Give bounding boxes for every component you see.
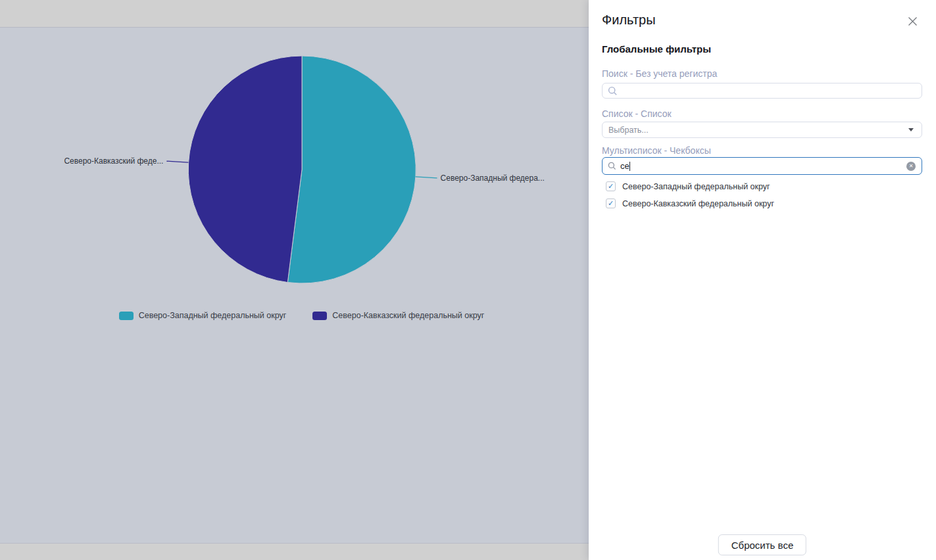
legend-swatch: [312, 312, 327, 320]
check-icon: ✓: [608, 183, 614, 190]
search-input[interactable]: [602, 83, 922, 99]
legend-item[interactable]: Северо-Кавказский федеральный округ: [312, 311, 484, 320]
dashboard-canvas: Северо-Западный федера...Северо-Кавказск…: [0, 0, 589, 560]
chevron-down-icon: [908, 128, 914, 131]
panel-title: Фильтры: [602, 12, 656, 28]
search-icon: [608, 86, 618, 96]
filter-label-search: Поиск - Без учета регистра: [602, 68, 717, 79]
search-icon: [608, 162, 616, 170]
filter-label-multiselect: Мультисписок - Чекбоксы: [602, 145, 711, 156]
filters-panel: Фильтры Глобальные фильтры Поиск - Без у…: [589, 0, 936, 560]
legend-item[interactable]: Северо-Западный федеральный округ: [119, 311, 287, 320]
multiselect-search-value: се: [620, 161, 629, 171]
legend-swatch: [119, 312, 134, 320]
chart-legend: Северо-Западный федеральный округ Северо…: [7, 311, 596, 320]
pie-chart[interactable]: Северо-Западный федера...Северо-Кавказск…: [0, 28, 589, 543]
checkbox-option-north-caucasus[interactable]: ✓ Северо-Кавказский федеральный округ: [606, 198, 774, 208]
section-title: Глобальные фильтры: [602, 43, 711, 55]
pie-chart-widget: Северо-Западный федера...Северо-Кавказск…: [0, 27, 589, 544]
pie-slice-callout-label: Северо-Кавказский феде...: [64, 156, 163, 166]
legend-label: Северо-Западный федеральный округ: [139, 311, 287, 320]
legend-label: Северо-Кавказский федеральный округ: [332, 311, 484, 320]
checkbox-option-north-west[interactable]: ✓ Северо-Западный федеральный округ: [606, 181, 770, 191]
checkbox-label: Северо-Кавказский федеральный округ: [622, 199, 774, 208]
multiselect-search-input[interactable]: се ✕: [602, 157, 922, 175]
filter-label-list: Список - Список: [602, 108, 672, 119]
clear-icon[interactable]: ✕: [906, 162, 916, 171]
checkbox: ✓: [606, 198, 616, 208]
pie-slice-callout-label: Северо-Западный федера...: [441, 174, 545, 183]
reset-all-button[interactable]: Сбросить все: [718, 534, 806, 555]
checkbox: ✓: [606, 181, 616, 191]
close-icon[interactable]: [906, 15, 918, 27]
checkbox-label: Северо-Западный федеральный округ: [622, 182, 770, 191]
select-placeholder: Выбрать...: [608, 126, 908, 135]
list-select[interactable]: Выбрать...: [602, 122, 922, 138]
text-cursor: [629, 162, 630, 171]
check-icon: ✓: [608, 200, 614, 207]
